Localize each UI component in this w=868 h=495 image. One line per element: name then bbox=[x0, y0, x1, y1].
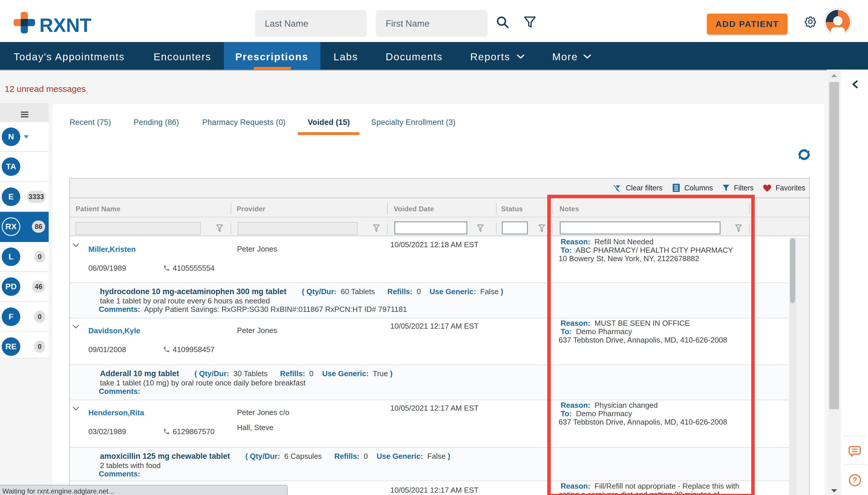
svg-text:?: ? bbox=[853, 476, 857, 484]
